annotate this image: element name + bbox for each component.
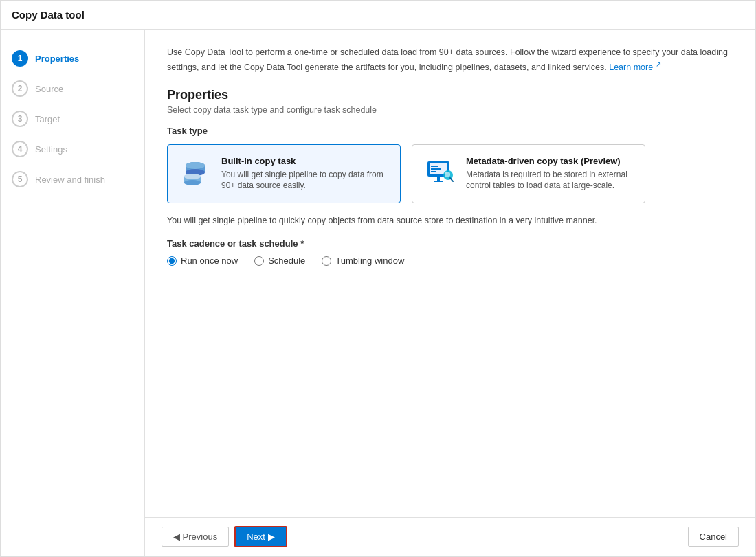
radio-run-once[interactable]: Run once now [167,255,238,266]
previous-button[interactable]: ◀ Previous [162,527,229,547]
step-circle-1: 1 [12,50,28,67]
app-title: Copy Data tool [12,9,85,21]
info-banner: Use Copy Data Tool to perform a one-time… [167,46,733,74]
metadata-card-title: Metadata-driven copy task (Preview) [466,156,634,166]
metadata-copy-icon [423,156,456,189]
external-link-icon: ↗ [656,60,661,68]
svg-rect-10 [431,166,438,167]
sidebar-item-source[interactable]: 2 Source [1,73,144,104]
section-subtitle: Select copy data task type and configure… [167,105,733,115]
sidebar-item-review[interactable]: 5 Review and finish [1,164,144,194]
radio-run-once-label: Run once now [181,255,238,266]
metadata-card-desc: Metadata is required to be stored in ext… [466,169,634,192]
cancel-button[interactable]: Cancel [688,527,739,547]
svg-point-6 [184,180,201,185]
step-circle-5: 5 [12,171,28,187]
radio-schedule[interactable]: Schedule [254,255,305,266]
builtin-copy-icon [179,156,212,189]
task-cards-container: Built-in copy task You will get single p… [167,144,733,204]
radio-tumbling-label: Tumbling window [335,255,404,266]
svg-point-3 [186,162,205,169]
radio-tumbling-input[interactable] [322,256,331,266]
sidebar: 1 Properties 2 Source 3 Target 4 Setting… [1,30,145,556]
svg-rect-14 [434,181,443,182]
section-title: Properties [167,88,733,102]
svg-rect-12 [431,171,436,172]
svg-point-16 [445,172,450,177]
builtin-card-text: Built-in copy task You will get single p… [221,156,389,192]
sidebar-label-settings: Settings [35,144,67,155]
learn-more-link[interactable]: Learn more ↗ [609,62,660,72]
task-type-label: Task type [167,126,733,136]
metadata-card-text: Metadata-driven copy task (Preview) Meta… [466,156,634,192]
content-area: Use Copy Data Tool to perform a one-time… [145,30,755,556]
sidebar-label-target: Target [35,114,60,124]
sidebar-label-source: Source [35,84,63,94]
svg-point-7 [184,174,201,179]
step-circle-3: 3 [12,111,28,127]
radio-schedule-label: Schedule [268,255,305,266]
sidebar-item-properties[interactable]: 1 Properties [1,43,144,73]
pipeline-note: You will get single pipeline to quickly … [167,214,733,227]
radio-tumbling[interactable]: Tumbling window [322,255,404,266]
sidebar-item-target[interactable]: 3 Target [1,104,144,134]
next-button[interactable]: Next ▶ [234,526,287,547]
radio-schedule-input[interactable] [254,256,264,266]
footer: ◀ Previous Next ▶ Cancel [145,517,755,556]
svg-rect-11 [431,168,441,170]
task-card-builtin[interactable]: Built-in copy task You will get single p… [167,144,401,204]
task-cadence-label: Task cadence or task schedule * [167,238,733,249]
radio-group-cadence: Run once now Schedule Tumbling window [167,255,733,266]
task-card-metadata[interactable]: Metadata-driven copy task (Preview) Meta… [412,144,645,204]
builtin-card-title: Built-in copy task [221,156,389,166]
sidebar-item-settings[interactable]: 4 Settings [1,134,144,164]
content-main: Use Copy Data Tool to perform a one-time… [145,30,755,517]
sidebar-label-properties: Properties [35,54,79,64]
radio-run-once-input[interactable] [167,256,177,266]
title-bar: Copy Data tool [1,1,755,30]
builtin-card-desc: You will get single pipeline to copy dat… [221,169,389,192]
step-circle-2: 2 [12,80,28,97]
step-circle-4: 4 [12,141,28,157]
sidebar-label-review: Review and finish [35,174,105,185]
svg-rect-13 [437,177,440,181]
